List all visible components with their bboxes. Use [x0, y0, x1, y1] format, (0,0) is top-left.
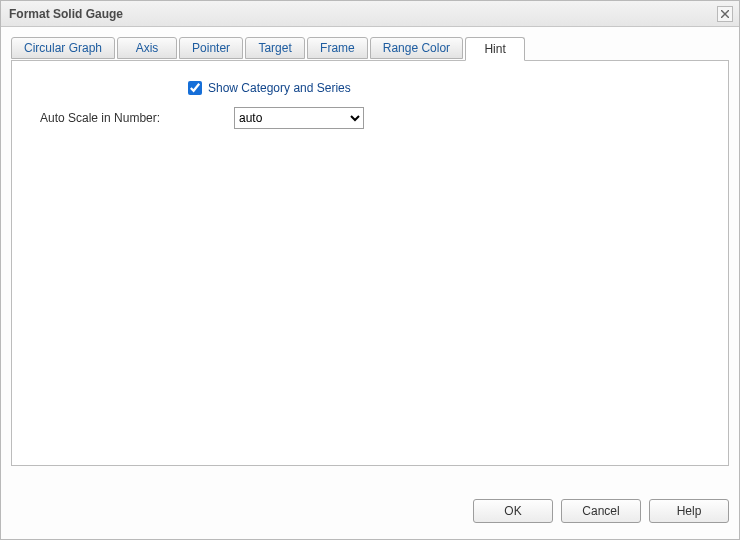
auto-scale-row: Auto Scale in Number: auto: [28, 107, 712, 129]
close-button[interactable]: [717, 6, 733, 22]
dialog-content: Circular Graph Axis Pointer Target Frame…: [1, 27, 739, 466]
tab-target[interactable]: Target: [245, 37, 305, 59]
button-row: OK Cancel Help: [473, 499, 729, 523]
ok-button[interactable]: OK: [473, 499, 553, 523]
auto-scale-input-cell: auto: [234, 107, 364, 129]
tab-hint[interactable]: Hint: [465, 37, 525, 61]
tab-pointer[interactable]: Pointer: [179, 37, 243, 59]
titlebar: Format Solid Gauge: [1, 1, 739, 27]
tab-axis[interactable]: Axis: [117, 37, 177, 59]
help-button[interactable]: Help: [649, 499, 729, 523]
close-icon: [721, 10, 729, 18]
hint-panel: Show Category and Series Auto Scale in N…: [11, 60, 729, 466]
show-category-label[interactable]: Show Category and Series: [208, 81, 351, 95]
format-solid-gauge-dialog: Format Solid Gauge Circular Graph Axis P…: [0, 0, 740, 540]
tab-row: Circular Graph Axis Pointer Target Frame…: [11, 37, 729, 61]
tab-circular-graph[interactable]: Circular Graph: [11, 37, 115, 59]
show-category-row: Show Category and Series: [28, 81, 712, 95]
show-category-checkbox[interactable]: [188, 81, 202, 95]
tab-frame[interactable]: Frame: [307, 37, 368, 59]
dialog-title: Format Solid Gauge: [9, 7, 717, 21]
auto-scale-label: Auto Scale in Number:: [28, 111, 234, 125]
tab-range-color[interactable]: Range Color: [370, 37, 463, 59]
cancel-button[interactable]: Cancel: [561, 499, 641, 523]
auto-scale-select[interactable]: auto: [234, 107, 364, 129]
